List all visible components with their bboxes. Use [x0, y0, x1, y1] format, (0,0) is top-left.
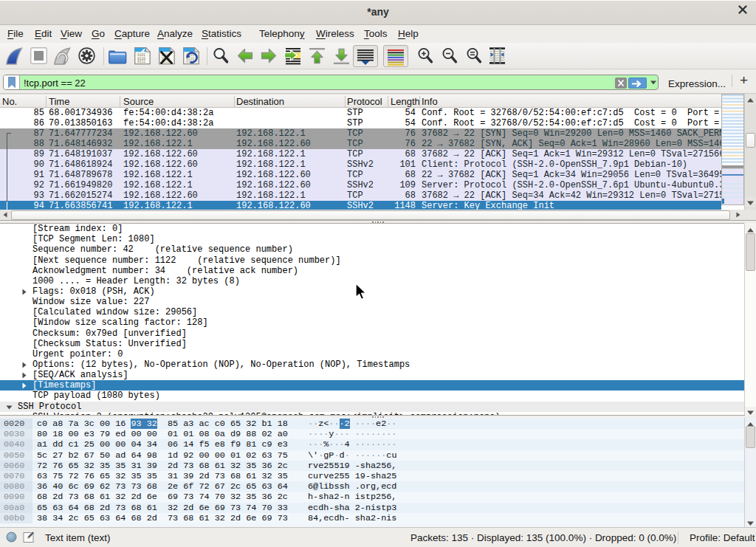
svg-text:0111: 0111 [137, 60, 145, 63]
